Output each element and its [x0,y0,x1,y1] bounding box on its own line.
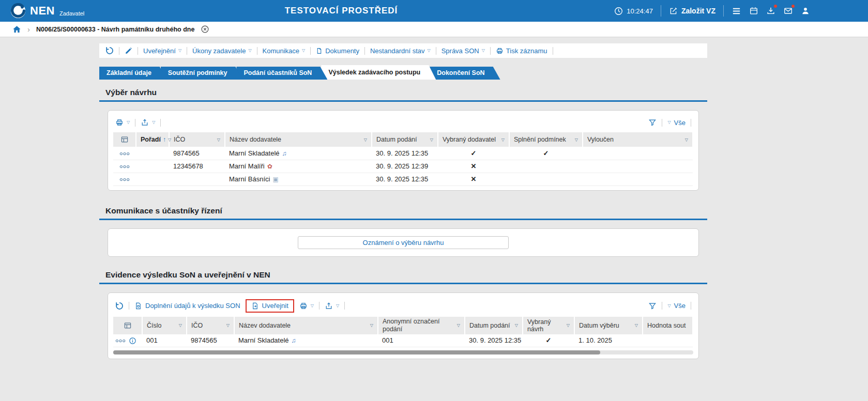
column-header-nazev-dodavatele[interactable]: Název dodavatele▽ [234,317,378,334]
toolbar-item-dokumenty[interactable]: Dokumenty [316,47,359,55]
divider [319,302,319,310]
toolbar-item-tisk-zaznamu[interactable]: Tisk záznamu [496,47,547,55]
divider [138,47,138,55]
export-button[interactable]: ▽ [141,118,155,127]
section-title-vyber-navrhu: Výběr návrhu [99,88,707,102]
mail-icon[interactable] [783,6,793,16]
column-header-datum-podani[interactable]: Datum podání▽ [372,132,438,147]
home-icon[interactable] [12,25,21,34]
doplneni-udaju-button[interactable]: Doplnění údajů k výsledku SON [134,302,240,310]
column-header-ico[interactable]: IČO▽ [187,317,234,334]
export-icon [141,118,149,127]
toolbar-item-ukony-zadavatele[interactable]: Úkony zadavatele▽ [192,47,252,55]
filter-icon[interactable] [648,302,657,310]
column-header-vybrany-navrh[interactable]: Vybraný návrh▽ [523,317,574,334]
refresh-icon[interactable] [115,302,124,310]
row-menu-icon[interactable] [119,165,130,168]
toolbar-item-sprava-son[interactable]: Správa SON▽ [441,47,485,55]
column-header-anonymni-oznaceni[interactable]: Anonymní označení podání▽ [378,317,465,334]
row-menu-icon[interactable] [115,339,126,343]
row-menu-icon[interactable] [119,152,130,156]
tab-dokonceni-son[interactable]: Dokončení SoN [430,67,500,80]
cell-hodnota [643,334,693,347]
download-icon[interactable] [766,6,775,16]
column-header-poradi[interactable]: Pořadí↑▽ [136,132,169,147]
tab-podani-ucastniku-son[interactable]: Podání účastníků SoN [236,67,327,80]
column-header-ico[interactable]: IČO▽ [169,132,225,147]
filter-dropdown-icon[interactable]: ▽ [430,137,433,142]
cell-vybrany-dodavatel-cross-icon: ✕ [438,160,509,173]
filter-dropdown-icon[interactable]: ▽ [515,323,518,328]
filter-dropdown-icon[interactable]: ▽ [635,323,638,328]
edit-icon[interactable] [125,47,132,55]
toolbar-item-uverejneni[interactable]: Uveřejnění▽ [143,47,181,55]
filter-dropdown-icon[interactable]: ▽ [364,137,367,142]
toolbar-item-komunikace[interactable]: Komunikace▽ [263,47,306,55]
oznameni-o-vyberu-navrhu-button[interactable]: Oznámení o výběru návrhu [298,236,509,249]
view-all-dropdown[interactable]: ▽ Vše [667,119,686,127]
row-menu-cell [113,173,136,186]
info-icon[interactable] [129,337,136,345]
table-row[interactable]: 001 9874565 Marní Skladatelé♫ 001 30. 9.… [113,334,693,347]
column-header-vybrany-dodavatel[interactable]: Vybraný dodavatel▽ [438,132,509,147]
toolbar-right: ▽ Vše [648,118,691,127]
filter-dropdown-icon[interactable]: ▽ [168,137,171,142]
compose-icon [669,7,678,16]
column-chooser-icon[interactable] [113,132,136,147]
tab-vysledek-zadavaciho-postupu[interactable]: Výsledek zadávacího postupu [321,65,436,80]
uverejnit-button-highlighted[interactable]: Uveřejnit [246,299,294,313]
export-button[interactable]: ▽ [325,302,339,310]
print-button[interactable]: ▽ [299,302,314,310]
table-row[interactable]: Marní Básníci▣ 30. 9. 2025 12:35 ✕ [113,173,693,186]
column-header-cislo[interactable]: Číslo▽ [142,317,187,334]
tab-soutezni-podminky[interactable]: Soutěžní podmínky [161,67,243,80]
create-vz-button[interactable]: Založit VZ [669,7,715,16]
menu-icon[interactable] [732,6,741,16]
nen-logo-icon [10,1,26,19]
close-record-icon[interactable] [201,25,209,34]
column-header-splneni-podminek[interactable]: Splnění podmínek▽ [509,132,583,147]
filter-dropdown-icon[interactable]: ▽ [501,137,505,142]
column-header-datum-podani[interactable]: Datum podání▽ [465,317,523,334]
divider [119,47,119,55]
horizontal-scrollbar[interactable] [113,350,693,354]
calendar-icon[interactable] [749,6,758,16]
scrollbar-thumb[interactable] [113,350,600,354]
main-content: Uveřejnění▽ Úkony zadavatele▽ Komunikace… [99,37,707,359]
filter-dropdown-icon[interactable]: ▽ [457,323,460,328]
user-icon[interactable] [801,6,810,16]
column-header-vyloucen[interactable]: Vyloučen▽ [583,132,693,147]
filter-dropdown-icon[interactable]: ▽ [685,137,688,142]
filter-dropdown-icon[interactable]: ▽ [179,323,182,328]
row-menu-icon[interactable] [119,178,130,181]
divider [310,47,311,55]
table-row[interactable]: 9874565 Marní Skladatelé♫ 30. 9. 2025 12… [113,147,693,160]
table-row[interactable]: 12345678 Marní Malíři✿ 30. 9. 2025 12:39… [113,160,693,173]
view-all-dropdown[interactable]: ▽ Vše [667,302,686,310]
cell-splneni-podminek [509,173,583,186]
chevron-down-icon: ▽ [667,304,671,308]
print-button[interactable]: ▽ [115,118,130,127]
tab-zakladni-udaje[interactable]: Základní údaje [99,67,167,80]
divider [661,5,661,17]
breadcrumb: › N006/25/S00000633 - Návrh památníku dr… [0,22,868,37]
breadcrumb-record-label[interactable]: N006/25/S00000633 - Návrh památníku druh… [36,26,194,33]
toolbar-item-nestandardni-stav[interactable]: Nestandardní stav▽ [370,47,431,55]
column-chooser-icon[interactable] [113,317,142,334]
filter-dropdown-icon[interactable]: ▽ [217,137,220,142]
clock-time: 10:24:47 [627,7,653,15]
topbar-controls: 10:24:47 Založit VZ [614,5,868,17]
divider [257,47,257,55]
column-header-nazev-dodavatele[interactable]: Název dodavatele▽ [225,132,372,147]
column-header-hodnota[interactable]: Hodnota sout [643,317,693,334]
refresh-icon[interactable] [105,47,114,55]
column-header-datum-vyberu[interactable]: Datum výběru▽ [574,317,643,334]
filter-dropdown-icon[interactable]: ▽ [567,323,570,328]
filter-icon[interactable] [648,118,657,127]
notification-badge [773,4,778,8]
filter-dropdown-icon[interactable]: ▽ [370,323,373,328]
chevron-down-icon: ▽ [302,49,305,53]
filter-dropdown-icon[interactable]: ▽ [226,323,230,328]
filter-dropdown-icon[interactable]: ▽ [575,137,578,142]
brand[interactable]: NEN Zadavatel [0,1,84,21]
